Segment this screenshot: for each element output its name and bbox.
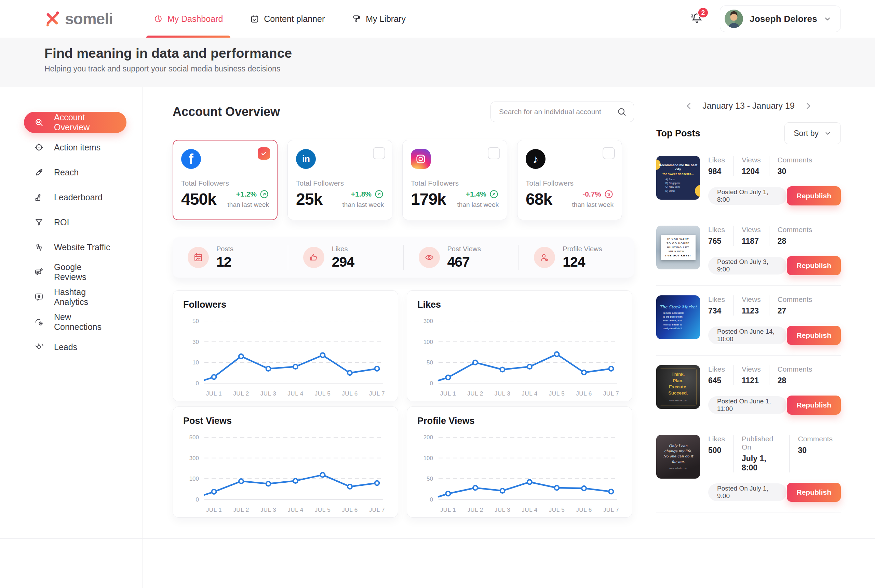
linkedin-checkbox[interactable] [373,147,385,159]
calendar-post-icon [188,247,209,268]
posted-on-label: Posted On July 3, 9:00 [708,257,787,274]
brand-logo[interactable]: someli [45,10,113,28]
sidebar-item-account-overview[interactable]: Account Overview [24,112,126,133]
republish-button[interactable]: Republish [787,256,841,275]
metric-likes: Likes 765 [708,226,733,246]
next-week-button[interactable] [803,102,812,110]
likes-line-chart: 050100300JUL 1JUL 2JUL 3JUL 4JUL 5JUL 6J… [417,311,622,400]
sidebar-item-google-reviews[interactable]: Google Reviews [24,261,126,283]
posted-on-label: Posted On July 1, 8:00 [708,187,787,205]
prev-week-button[interactable] [685,102,694,110]
instagram-account-card[interactable]: Total Followers 179k +1.4% than last wee… [402,140,507,220]
thumb-text: Succeed. [668,390,688,396]
profile-menu[interactable]: Joseph Delores [720,6,841,32]
followers-line-chart: 0103050JUL 1JUL 2JUL 3JUL 4JUL 5JUL 6JUL… [183,311,388,400]
calendar-check-icon [250,14,259,23]
notifications-button[interactable]: 2 [691,12,703,26]
target-icon [34,142,44,152]
change-note: than last week [457,201,499,208]
sidebar-item-new-connections[interactable]: New Connections [24,311,126,333]
stat-profile-views: Profile Views 124 [518,245,634,270]
tab-label: Content planner [264,14,325,24]
thumb-text: Recommend me the best city [658,163,699,171]
svg-text:JUL 2: JUL 2 [467,507,483,513]
dashboard-app: someli My Dashboard Content planner [0,0,875,588]
pie-chart-icon [154,14,163,23]
tab-my-dashboard[interactable]: My Dashboard [154,0,223,38]
profile-views-line-chart: 050100200JUL 1JUL 2JUL 3JUL 4JUL 5JUL 6J… [417,427,622,516]
sidebar-item-reach[interactable]: Reach [24,162,126,183]
svg-text:200: 200 [424,434,433,441]
sidebar-item-action-items[interactable]: Action items [24,137,126,158]
republish-button[interactable]: Republish [787,483,841,502]
change-value: -0.7% [583,190,601,198]
tab-label: My Dashboard [168,14,223,24]
svg-text:500: 500 [189,434,199,441]
metric-likes: Likes 500 [708,435,733,472]
post-thumbnail[interactable]: Think. Plan. Execute. Succeed. www.websi… [656,365,700,409]
facebook-account-card[interactable]: f Total Followers 450k +1.2% [172,140,277,220]
followers-label: Total Followers [296,179,384,188]
svg-text:JUL 6: JUL 6 [576,390,592,397]
tiktok-account-card[interactable]: ♪ Total Followers 68k -0.7% than last we… [517,140,622,220]
top-post-row: Think. Plan. Execute. Succeed. www.websi… [656,356,841,425]
followers-value: 68k [526,190,552,208]
top-bar: someli My Dashboard Content planner [0,0,875,38]
thumb-text: to the public than [663,315,694,318]
svg-text:JUL 3: JUL 3 [261,390,276,397]
republish-button[interactable]: Republish [787,326,841,345]
linkedin-icon: in [296,149,316,169]
search-input[interactable] [498,107,617,116]
thumb-text: ever before, and [663,319,694,322]
linkedin-account-card[interactable]: in Total Followers 25k +1.8% than last w… [288,140,393,220]
metric-comments: Comments 27 [769,296,821,315]
user-name: Joseph Delores [749,14,817,24]
followers-value: 25k [296,190,322,208]
search-icon[interactable] [617,106,627,117]
thumb-text: Think. [672,372,685,377]
sidebar-item-label: Website Traffic [54,242,110,252]
sidebar-item-label: Google Reviews [54,262,116,282]
svg-text:JUL 3: JUL 3 [494,390,510,397]
tab-my-library[interactable]: My Library [352,0,406,38]
svg-text:JUL 5: JUL 5 [315,390,331,397]
svg-text:0: 0 [196,380,199,387]
svg-text:JUL 2: JUL 2 [233,507,249,513]
sort-by-dropdown[interactable]: Sort by [784,122,841,144]
sidebar-item-label: New Connections [54,312,116,332]
republish-button[interactable]: Republish [787,186,841,206]
post-thumbnail[interactable]: Recommend me the best city for sweet des… [656,156,700,200]
svg-text:JUL 1: JUL 1 [206,390,222,397]
post-thumbnail[interactable]: The Stock Market is more accessible to t… [656,296,700,339]
charts-grid: Followers 0103050JUL 1JUL 2JUL 3JUL 4JUL… [172,290,634,518]
thumb-text: No one can do it [663,454,693,458]
facebook-checkbox[interactable] [258,147,270,160]
sidebar-item-leads[interactable]: Leads [24,336,126,358]
metric-views: Views 1123 [733,296,769,315]
tiktok-checkbox[interactable] [602,147,615,159]
post-thumbnail[interactable]: IF YOU WANT TO GO HOUSE HUNTING LET ME K… [656,226,700,269]
republish-button[interactable]: Republish [787,396,841,415]
instagram-icon [411,149,431,169]
post-thumbnail[interactable]: Only I can change my life. No one can do… [656,435,700,478]
instagram-checkbox[interactable] [488,147,500,159]
thumb-text: Only I can [669,444,687,448]
svg-text:50: 50 [427,359,433,366]
thumb-text: A) Paris [665,178,691,181]
stat-post-views: Post Views 467 [403,245,519,270]
sidebar-item-hashtag-analytics[interactable]: Hashtag Analytics [24,286,126,308]
thumb-text: TO GO HOUSE [667,242,689,245]
sidebar-item-label: Action items [54,142,100,153]
tab-content-planner[interactable]: Content planner [250,0,325,38]
chevron-down-icon [824,130,832,137]
svg-text:100: 100 [189,476,199,482]
sidebar-item-label: Leads [54,342,77,352]
sidebar-item-leaderboard[interactable]: Leaderboard [24,187,126,208]
trend-up-icon [489,189,499,199]
svg-text:JUL 4: JUL 4 [521,507,537,513]
sidebar-item-website-traffic[interactable]: Website Traffic [24,237,126,258]
change-value: +1.2% [236,190,257,198]
followers-value: 179k [411,190,446,208]
brand-name: someli [65,10,113,28]
sidebar-item-roi[interactable]: ROI [24,212,126,233]
